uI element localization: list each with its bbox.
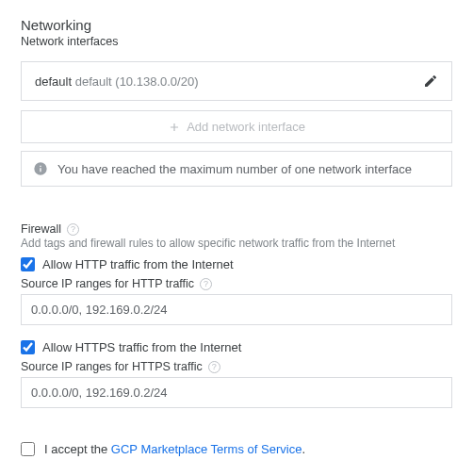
http-ranges-input[interactable]: [21, 294, 452, 325]
https-ranges-input[interactable]: [21, 377, 452, 408]
tos-row[interactable]: I accept the GCP Marketplace Terms of Se…: [21, 442, 452, 456]
tos-text: I accept the GCP Marketplace Terms of Se…: [44, 442, 305, 456]
http-ranges-label-row: Source IP ranges for HTTP traffic ?: [21, 277, 452, 290]
add-network-interface-label: Add network interface: [187, 120, 305, 134]
network-interface-detail: default (10.138.0.0/20): [75, 74, 199, 89]
network-interface-row[interactable]: default default (10.138.0.0/20): [21, 61, 452, 101]
networking-title: Networking: [21, 17, 452, 33]
network-interfaces-subtitle: Network interfaces: [21, 35, 452, 48]
add-network-interface-button: Add network interface: [21, 110, 452, 143]
allow-http-checkbox[interactable]: [21, 257, 35, 271]
tos-link[interactable]: GCP Marketplace Terms of Service: [111, 442, 302, 456]
edit-icon[interactable]: [423, 74, 438, 89]
firewall-description: Add tags and firewall rules to allow spe…: [21, 237, 452, 250]
interface-limit-message: You have reached the maximum number of o…: [21, 151, 452, 187]
https-ranges-label-row: Source IP ranges for HTTPS traffic ?: [21, 360, 452, 373]
firewall-title: Firewall: [21, 222, 61, 236]
allow-https-label: Allow HTTPS traffic from the Internet: [42, 340, 241, 354]
network-interface-name: default: [35, 74, 72, 89]
plus-icon: [168, 121, 181, 134]
info-icon: [33, 161, 48, 176]
help-icon[interactable]: ?: [200, 278, 212, 290]
allow-https-checkbox[interactable]: [21, 340, 35, 354]
help-icon[interactable]: ?: [208, 361, 220, 373]
help-icon[interactable]: ?: [67, 223, 79, 236]
allow-https-row[interactable]: Allow HTTPS traffic from the Internet: [21, 340, 452, 354]
network-interface-text: default default (10.138.0.0/20): [35, 74, 199, 89]
allow-http-label: Allow HTTP traffic from the Internet: [42, 257, 234, 271]
interface-limit-text: You have reached the maximum number of o…: [57, 162, 412, 176]
tos-checkbox[interactable]: [21, 442, 35, 456]
tos-prefix: I accept the: [44, 442, 111, 456]
allow-http-row[interactable]: Allow HTTP traffic from the Internet: [21, 257, 452, 271]
http-ranges-label: Source IP ranges for HTTP traffic: [21, 277, 194, 290]
https-ranges-label: Source IP ranges for HTTPS traffic: [21, 360, 203, 373]
tos-suffix: .: [302, 442, 305, 456]
firewall-heading: Firewall ?: [21, 222, 452, 236]
